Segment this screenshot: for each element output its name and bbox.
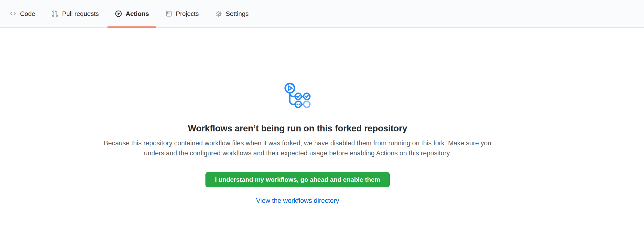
project-icon [165, 10, 172, 17]
tab-label: Settings [226, 10, 249, 18]
workflow-graph-icon [283, 82, 312, 110]
code-icon [9, 10, 16, 17]
tab-actions[interactable]: Actions [108, 0, 156, 28]
git-pull-request-icon [51, 10, 59, 17]
tab-pull-requests[interactable]: Pull requests [44, 0, 106, 28]
tab-label: Code [20, 10, 35, 18]
blankslate-description: Because this repository contained workfl… [100, 138, 496, 158]
play-icon [115, 10, 122, 17]
tab-projects[interactable]: Projects [158, 0, 206, 28]
tab-settings[interactable]: Settings [208, 0, 256, 28]
repo-tab-navigation: Code Pull requests Actions [0, 0, 644, 28]
tab-label: Actions [126, 10, 149, 18]
tab-code[interactable]: Code [2, 0, 42, 28]
workflows-directory-link[interactable]: View the workflows directory [256, 197, 339, 204]
actions-blankslate: Workflows aren’t being run on this forke… [0, 28, 644, 204]
gear-icon [215, 10, 222, 17]
enable-workflows-button[interactable]: I understand my workflows, go ahead and … [206, 172, 390, 187]
tab-label: Projects [176, 10, 199, 18]
tab-label: Pull requests [62, 10, 99, 18]
blankslate-heading: Workflows aren’t being run on this forke… [188, 123, 407, 134]
